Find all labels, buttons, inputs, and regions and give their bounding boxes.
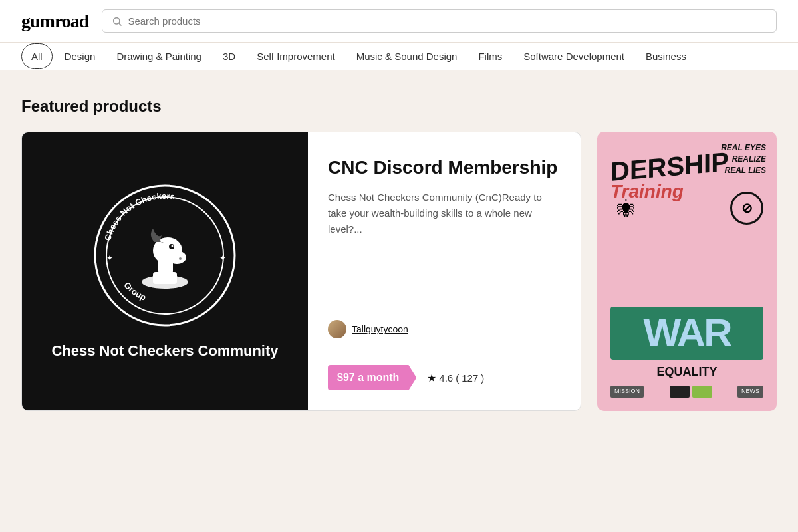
logo[interactable]: gumroad bbox=[21, 11, 88, 32]
card-image-caption: Chess Not Checkers Community bbox=[38, 342, 291, 361]
card-title: CNC Discord Membership bbox=[328, 156, 561, 179]
nav-item-3d[interactable]: 3D bbox=[213, 43, 245, 70]
price-tag[interactable]: $97 a month bbox=[328, 365, 416, 390]
section-title: Featured products bbox=[21, 97, 777, 116]
svg-point-13 bbox=[179, 257, 182, 260]
search-input[interactable] bbox=[128, 15, 767, 27]
equality-text: EQUALITY bbox=[610, 365, 763, 379]
nav-item-drawing[interactable]: Drawing & Painting bbox=[107, 43, 211, 70]
svg-text:✦: ✦ bbox=[219, 253, 226, 263]
star-icon: ★ bbox=[427, 372, 436, 384]
svg-text:✦: ✦ bbox=[106, 253, 113, 263]
chess-emblem-icon: Chess Not Checkers Group bbox=[92, 182, 238, 329]
svg-point-12 bbox=[172, 245, 174, 247]
header: gumroad bbox=[0, 0, 798, 43]
card-footer: $97 a month ★ 4.6 (127) bbox=[328, 365, 561, 390]
rating-count: 127 bbox=[462, 372, 478, 384]
author-name-link[interactable]: Tallguytycoon bbox=[352, 324, 408, 334]
search-bar[interactable] bbox=[102, 9, 777, 33]
nav-item-business[interactable]: Business bbox=[636, 43, 696, 70]
nav-item-music[interactable]: Music & Sound Design bbox=[347, 43, 467, 70]
tag-mission: MISSION bbox=[610, 386, 644, 398]
nav-item-all[interactable]: All bbox=[21, 43, 53, 69]
svg-text:Chess Not Checkers: Chess Not Checkers bbox=[102, 191, 176, 242]
nav-item-films[interactable]: Films bbox=[469, 43, 511, 70]
right-preview-card[interactable]: REAL EYES REALIZE REAL LIES DERSHIP Trai… bbox=[597, 132, 777, 411]
featured-cards-row: Chess Not Checkers Group bbox=[21, 132, 777, 411]
rating-value: 4.6 bbox=[439, 372, 453, 384]
war-text: WAR bbox=[617, 313, 757, 353]
tag-news: NEWS bbox=[737, 386, 763, 398]
right-card-content: REAL EYES REALIZE REAL LIES DERSHIP Trai… bbox=[597, 132, 777, 411]
svg-point-10 bbox=[168, 251, 186, 264]
card-author: Tallguytycoon bbox=[328, 320, 561, 338]
equality-label: EQUALITY bbox=[656, 365, 717, 378]
nav-item-software[interactable]: Software Development bbox=[514, 43, 634, 70]
pink-title-dership: DERSHIP bbox=[610, 145, 763, 185]
featured-card[interactable]: Chess Not Checkers Group bbox=[21, 132, 581, 411]
author-avatar bbox=[328, 320, 346, 338]
nav-item-design[interactable]: Design bbox=[55, 43, 105, 70]
war-block: WAR bbox=[610, 307, 763, 360]
navigation: All Design Drawing & Painting 3D Self Im… bbox=[0, 43, 798, 70]
search-icon bbox=[112, 16, 122, 27]
svg-line-1 bbox=[119, 23, 121, 25]
nav-item-self-improvement[interactable]: Self Improvement bbox=[247, 43, 344, 70]
card-image: Chess Not Checkers Group bbox=[22, 132, 308, 410]
card-content: CNC Discord Membership Chess Not Checker… bbox=[308, 132, 581, 410]
bug-icon: 🕷 bbox=[617, 198, 636, 220]
pink-bottom-row: MISSION NEWS bbox=[610, 386, 763, 398]
card-description: Chess Not Checkers Community (CnC)Ready … bbox=[328, 190, 561, 307]
no-symbol-icon: ⊘ bbox=[730, 192, 763, 225]
main-content: Featured products Chess Not Checkers bbox=[0, 70, 798, 432]
rating: ★ 4.6 (127) bbox=[427, 372, 484, 384]
